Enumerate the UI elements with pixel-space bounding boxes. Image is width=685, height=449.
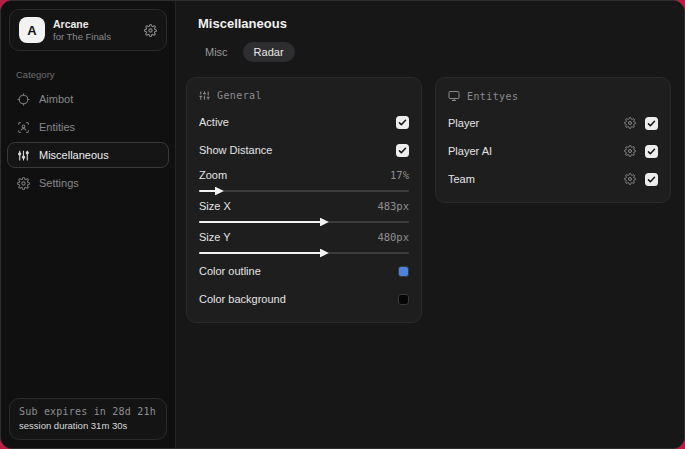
color-row-background: Color background bbox=[199, 288, 409, 310]
sidebar-item-label: Entities bbox=[39, 121, 75, 133]
sidebar-item-miscellaneous[interactable]: Miscellaneous bbox=[7, 142, 169, 168]
slider-size-y: Size Y 480px bbox=[199, 231, 409, 254]
account-gear-icon[interactable] bbox=[144, 24, 157, 37]
panel-general: General Active Show Distance Z bbox=[186, 77, 422, 323]
session-duration-text: session duration 31m 30s bbox=[19, 420, 157, 431]
crosshair-icon bbox=[17, 93, 30, 106]
toggle-row-active: Active bbox=[199, 111, 409, 133]
slider-label: Zoom bbox=[199, 169, 227, 181]
slider-label: Size Y bbox=[199, 231, 231, 243]
slider-size-x: Size X 483px bbox=[199, 200, 409, 223]
slider-label: Size X bbox=[199, 200, 231, 212]
slider-thumb[interactable] bbox=[320, 249, 329, 258]
show-distance-checkbox[interactable] bbox=[396, 144, 409, 157]
sub-expiry-text: Sub expires in 28d 21h bbox=[19, 406, 157, 417]
scan-person-icon bbox=[17, 121, 30, 134]
sidebar-item-entities[interactable]: Entities bbox=[7, 114, 169, 140]
sidebar-item-label: Miscellaneous bbox=[39, 149, 109, 161]
entity-row-player: Player bbox=[448, 112, 658, 134]
active-checkbox[interactable] bbox=[396, 116, 409, 129]
sidebar-item-settings[interactable]: Settings bbox=[7, 170, 169, 196]
sidebar: A Arcane for The Finals Category bbox=[1, 1, 176, 448]
app-name: Arcane bbox=[53, 18, 136, 31]
entity-row-team: Team bbox=[448, 168, 658, 190]
tab-radar[interactable]: Radar bbox=[243, 42, 295, 62]
toggle-label: Show Distance bbox=[199, 144, 272, 156]
player-ai-settings-gear-icon[interactable] bbox=[624, 145, 636, 157]
panel-entities: Entityes Player bbox=[435, 77, 671, 203]
panels-container: General Active Show Distance Z bbox=[176, 62, 684, 323]
slider-thumb[interactable] bbox=[320, 218, 329, 227]
slider-value: 17% bbox=[390, 169, 409, 181]
team-settings-gear-icon[interactable] bbox=[624, 173, 636, 185]
app-window: A Arcane for The Finals Category bbox=[0, 0, 685, 449]
check-icon bbox=[647, 175, 656, 184]
panel-entities-header: Entityes bbox=[448, 88, 658, 106]
color-row-outline: Color outline bbox=[199, 260, 409, 282]
entity-label: Team bbox=[448, 173, 475, 185]
check-icon bbox=[647, 147, 656, 156]
player-checkbox[interactable] bbox=[645, 117, 658, 130]
slider-zoom: Zoom 17% bbox=[199, 169, 409, 192]
panel-title: General bbox=[217, 90, 262, 101]
tab-bar: Misc Radar bbox=[176, 31, 684, 62]
toggle-row-show-distance: Show Distance bbox=[199, 139, 409, 161]
toggle-label: Active bbox=[199, 116, 229, 128]
monitor-icon bbox=[448, 90, 460, 102]
tab-misc[interactable]: Misc bbox=[194, 42, 239, 62]
panel-title: Entityes bbox=[467, 91, 518, 102]
sidebar-item-label: Aimbot bbox=[39, 93, 73, 105]
color-label: Color background bbox=[199, 293, 286, 305]
account-text: Arcane for The Finals bbox=[53, 18, 136, 43]
slider-value: 480px bbox=[377, 231, 409, 243]
sidebar-item-aimbot[interactable]: Aimbot bbox=[7, 86, 169, 112]
subscription-card: Sub expires in 28d 21h session duration … bbox=[9, 398, 167, 440]
zoom-slider[interactable] bbox=[199, 190, 409, 192]
app-logo: A bbox=[19, 17, 45, 43]
gear-icon bbox=[17, 177, 30, 190]
main-content: Miscellaneous Misc Radar Gene bbox=[176, 1, 684, 448]
page-title: Miscellaneous bbox=[176, 1, 684, 31]
entity-row-player-ai: Player AI bbox=[448, 140, 658, 162]
size-x-slider[interactable] bbox=[199, 221, 409, 223]
sliders-small-icon bbox=[199, 90, 210, 101]
account-card: A Arcane for The Finals bbox=[9, 9, 167, 51]
app-subtitle: for The Finals bbox=[53, 31, 136, 43]
player-ai-checkbox[interactable] bbox=[645, 145, 658, 158]
color-background-swatch[interactable] bbox=[398, 294, 409, 305]
entity-label: Player bbox=[448, 117, 479, 129]
slider-value: 483px bbox=[377, 200, 409, 212]
category-label: Category bbox=[1, 59, 175, 86]
check-icon bbox=[647, 119, 656, 128]
entity-label: Player AI bbox=[448, 145, 492, 157]
player-settings-gear-icon[interactable] bbox=[624, 117, 636, 129]
team-checkbox[interactable] bbox=[645, 173, 658, 186]
size-y-slider[interactable] bbox=[199, 252, 409, 254]
sidebar-item-label: Settings bbox=[39, 177, 79, 189]
panel-general-header: General bbox=[199, 88, 409, 105]
check-icon bbox=[398, 146, 407, 155]
color-outline-swatch[interactable] bbox=[398, 266, 409, 277]
color-label: Color outline bbox=[199, 265, 261, 277]
sliders-icon bbox=[17, 149, 30, 162]
check-icon bbox=[398, 118, 407, 127]
slider-thumb[interactable] bbox=[215, 187, 224, 196]
sidebar-nav: Aimbot Entities bbox=[1, 86, 175, 196]
